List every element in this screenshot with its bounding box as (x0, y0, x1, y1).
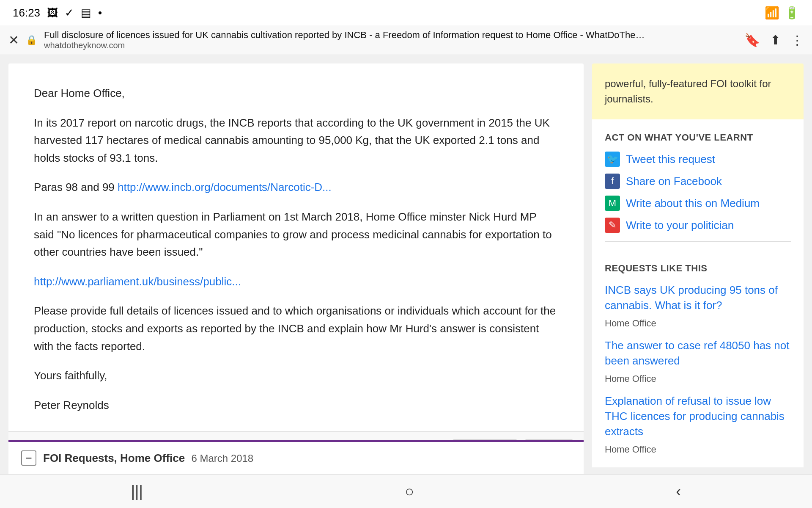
medium-action[interactable]: M Write about this on Medium (605, 196, 791, 211)
letter-paragraph1: In its 2017 report on narcotic drugs, th… (34, 114, 558, 167)
foi-title: FOI Requests, Home Office 6 March 2018 (43, 452, 253, 465)
battery-icon: 🔋 (785, 6, 799, 20)
act-section: ACT ON WHAT YOU'VE LEARNT 🐦 Tweet this r… (592, 119, 804, 263)
paras-text: Paras 98 and 99 (34, 181, 118, 193)
check-icon: ✓ (65, 6, 74, 19)
act-section-title: ACT ON WHAT YOU'VE LEARNT (605, 132, 791, 143)
facebook-icon: f (605, 174, 620, 189)
bookmark-icon[interactable]: 🔖 (744, 33, 760, 47)
status-right: 📶 🔋 (765, 6, 799, 20)
request-link-1[interactable]: INCB says UK producing 95 tons of cannab… (605, 282, 791, 313)
letter-closing: Yours faithfully, (34, 367, 558, 385)
letter-paragraph3: Please provide full details of licences … (34, 302, 558, 355)
request-org-1: Home Office (605, 318, 656, 329)
photo-icon: 🖼 (47, 6, 58, 19)
foi-title-text: FOI Requests, Home Office (43, 452, 185, 464)
foi-section: − FOI Requests, Home Office 6 March 2018 (8, 440, 584, 474)
request-org-2: Home Office (605, 373, 656, 384)
close-button[interactable]: ✕ (8, 33, 19, 47)
share-icon[interactable]: ⬆ (770, 33, 781, 47)
request-item-1: INCB says UK producing 95 tons of cannab… (605, 282, 791, 329)
url-title-area: Full disclosure of licences issued for U… (44, 30, 738, 50)
request-link-3[interactable]: Explanation of refusal to issue low THC … (605, 393, 791, 439)
toolkit-box: powerful, fully-featured FOI toolkit for… (592, 64, 804, 119)
letter-body: Dear Home Office, In its 2017 report on … (34, 85, 558, 414)
time-display: 16:23 (13, 6, 40, 19)
request-link-2[interactable]: The answer to case ref 48050 has not bee… (605, 338, 791, 369)
sidebar: powerful, fully-featured FOI toolkit for… (592, 64, 804, 467)
request-item-2: The answer to case ref 48050 has not bee… (605, 338, 791, 385)
letter-name: Peter Reynolds (34, 397, 558, 414)
request-item-4: Provide full details concerning minister… (605, 464, 791, 467)
write-action[interactable]: ✎ Write to your politician (605, 218, 791, 233)
medium-icon: M (605, 196, 620, 211)
toolkit-text: powerful, fully-featured FOI toolkit for… (605, 78, 771, 105)
nav-back-icon[interactable]: ‹ (676, 483, 681, 500)
page-title: Full disclosure of licences issued for U… (44, 30, 678, 41)
wifi-icon: 📶 (765, 6, 779, 20)
incb-link[interactable]: http://www.incb.org/documents/Narcotic-D… (118, 181, 332, 193)
tweet-action[interactable]: 🐦 Tweet this request (605, 152, 791, 167)
nav-home-icon[interactable]: ○ (405, 483, 414, 500)
facebook-action[interactable]: f Share on Facebook (605, 174, 791, 189)
status-bar: 16:23 🖼 ✓ ▤ • 📶 🔋 (0, 0, 812, 25)
lock-icon: 🔒 (26, 35, 37, 46)
request-org-3: Home Office (605, 444, 656, 455)
sim-icon: ▤ (81, 6, 91, 19)
letter-paras: Paras 98 and 99 http://www.incb.org/docu… (34, 179, 558, 196)
foi-collapse-button[interactable]: − (21, 450, 36, 466)
request-item-3: Explanation of refusal to issue low THC … (605, 393, 791, 456)
medium-link[interactable]: Write about this on Medium (626, 197, 760, 210)
letter-paragraph2: In an answer to a written question in Pa… (34, 208, 558, 261)
main-content: Dear Home Office, In its 2017 report on … (0, 55, 812, 476)
requests-section-title: REQUESTS LIKE THIS (605, 263, 791, 274)
requests-section: REQUESTS LIKE THIS INCB says UK producin… (592, 263, 804, 467)
browser-bar: ✕ 🔒 Full disclosure of licences issued f… (0, 25, 812, 55)
twitter-icon: 🐦 (605, 152, 620, 167)
bottom-nav: ||| ○ ‹ (0, 474, 812, 508)
tweet-link[interactable]: Tweet this request (626, 153, 715, 166)
request-link-4[interactable]: Provide full details concerning minister… (605, 464, 791, 467)
browser-actions: 🔖 ⬆ ⋮ (744, 33, 804, 47)
write-icon: ✎ (605, 218, 620, 233)
foi-date: 6 March 2018 (191, 453, 253, 464)
status-left: 16:23 🖼 ✓ ▤ • (13, 6, 102, 19)
domain-label: whatdotheyknow.com (44, 41, 738, 50)
section-divider (605, 241, 791, 242)
write-link[interactable]: Write to your politician (626, 219, 734, 232)
nav-menu-icon[interactable]: ||| (131, 483, 143, 500)
letter-section: Dear Home Office, In its 2017 report on … (8, 64, 584, 467)
letter-greeting: Dear Home Office, (34, 85, 558, 102)
more-icon[interactable]: ⋮ (791, 33, 804, 47)
facebook-link[interactable]: Share on Facebook (626, 175, 722, 188)
dot-icon: • (98, 6, 102, 19)
parliament-link[interactable]: http://www.parliament.uk/business/public… (34, 275, 241, 288)
